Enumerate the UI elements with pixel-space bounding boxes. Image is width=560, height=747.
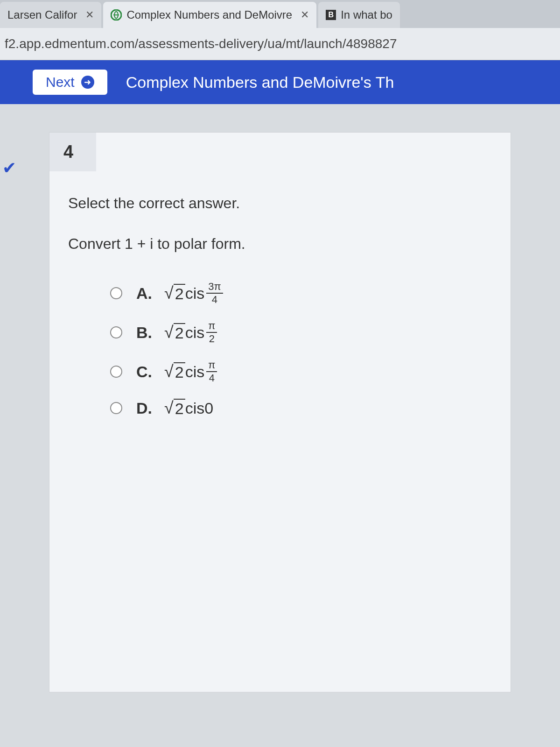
checkmark-icon: ✔: [2, 158, 16, 178]
browser-tab-2[interactable]: Complex Numbers and DeMoivre ✕: [103, 2, 316, 28]
option-c-label: C.: [136, 363, 164, 381]
option-d-label: D.: [136, 399, 164, 417]
next-button[interactable]: Next ➜: [33, 70, 107, 95]
question-instruction: Select the correct answer.: [68, 195, 492, 212]
close-icon[interactable]: ✕: [85, 9, 94, 21]
answer-options: A. 2cis 3π4 B. 2cis π2: [68, 281, 492, 418]
option-b[interactable]: B. 2cis π2: [110, 320, 492, 345]
option-c[interactable]: C. 2cis π4: [110, 359, 492, 384]
option-a-label: A.: [136, 284, 164, 303]
close-icon[interactable]: ✕: [301, 9, 309, 21]
page-title: Complex Numbers and DeMoivre's Th: [126, 73, 394, 92]
option-d-content: 2cis0: [164, 398, 213, 418]
content-area: 4 Select the correct answer. Convert 1 +…: [0, 104, 560, 720]
question-number: 4: [49, 133, 96, 171]
b-icon: B: [326, 10, 336, 20]
option-d[interactable]: D. 2cis0: [110, 398, 492, 418]
option-b-label: B.: [136, 324, 164, 342]
edmentum-icon: [111, 9, 122, 21]
browser-tab-3[interactable]: B In what bo: [318, 2, 400, 28]
browser-tab-1[interactable]: Larsen Califor ✕: [0, 2, 101, 28]
arrow-right-icon: ➜: [81, 76, 94, 89]
option-a-content: 2cis 3π4: [164, 281, 223, 306]
question-prompt: Convert 1 + i to polar form.: [68, 235, 492, 253]
radio-c[interactable]: [110, 366, 122, 378]
browser-tab-bar: Larsen Califor ✕ Complex Numbers and DeM…: [0, 0, 560, 28]
url-text: f2.app.edmentum.com/assessments-delivery…: [5, 36, 397, 51]
radio-d[interactable]: [110, 402, 122, 414]
tab-3-title: In what bo: [341, 8, 392, 21]
address-bar[interactable]: f2.app.edmentum.com/assessments-delivery…: [0, 28, 560, 60]
next-label: Next: [46, 74, 75, 90]
radio-a[interactable]: [110, 287, 122, 299]
question-body: Select the correct answer. Convert 1 + i…: [49, 171, 511, 455]
option-b-content: 2cis π2: [164, 320, 217, 345]
assessment-header: Next ➜ Complex Numbers and DeMoivre's Th: [0, 60, 560, 104]
radio-b[interactable]: [110, 326, 122, 338]
option-c-content: 2cis π4: [164, 359, 217, 384]
option-a[interactable]: A. 2cis 3π4: [110, 281, 492, 306]
tab-2-title: Complex Numbers and DeMoivre: [126, 8, 292, 21]
question-card: 4 Select the correct answer. Convert 1 +…: [49, 132, 511, 692]
tab-1-title: Larsen Califor: [7, 8, 77, 21]
